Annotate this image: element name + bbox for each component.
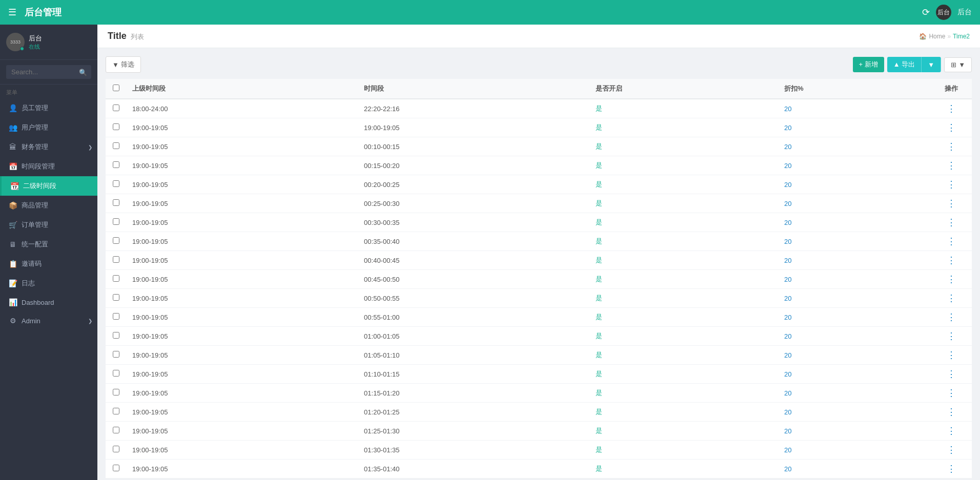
row-discount[interactable]: 20 — [778, 156, 931, 175]
export-dropdown-button[interactable]: ▼ — [921, 57, 941, 72]
row-checkbox[interactable] — [113, 313, 119, 320]
row-discount[interactable]: 20 — [778, 118, 931, 137]
sidebar-item-timeslot[interactable]: 📅 时间段管理 — [0, 157, 97, 176]
row-enabled[interactable]: 是 — [589, 346, 778, 365]
row-enabled[interactable]: 是 — [589, 384, 778, 403]
row-checkbox[interactable] — [113, 142, 119, 149]
sidebar-item-order[interactable]: 🛒 订单管理 — [0, 215, 97, 235]
row-enabled[interactable]: 是 — [589, 194, 778, 213]
row-checkbox[interactable] — [113, 180, 119, 187]
row-enabled[interactable]: 是 — [589, 270, 778, 289]
row-discount[interactable]: 20 — [778, 403, 931, 422]
sidebar-item-goods[interactable]: 📦 商品管理 — [0, 196, 97, 215]
row-checkbox[interactable] — [113, 465, 119, 471]
sidebar-item-user[interactable]: 👥 用户管理 — [0, 118, 97, 137]
row-discount[interactable]: 20 — [778, 460, 931, 478]
row-discount[interactable]: 20 — [778, 175, 931, 194]
avatar[interactable]: 后台 — [936, 5, 951, 20]
menu-icon[interactable]: ☰ — [8, 7, 16, 18]
row-action-button[interactable]: ⋮ — [947, 331, 956, 341]
sidebar-item-config[interactable]: 🖥 统一配置 — [0, 235, 97, 254]
row-action-button[interactable]: ⋮ — [947, 407, 956, 417]
row-action-button[interactable]: ⋮ — [947, 179, 956, 190]
row-checkbox[interactable] — [113, 123, 119, 130]
row-action-button[interactable]: ⋮ — [947, 122, 956, 133]
row-enabled[interactable]: 是 — [589, 460, 778, 478]
sidebar-item-admin[interactable]: ⚙ Admin ❯ — [0, 311, 97, 330]
sidebar-item-finance[interactable]: 🏛 财务管理 ❯ — [0, 137, 97, 157]
row-enabled[interactable]: 是 — [589, 137, 778, 156]
row-discount[interactable]: 20 — [778, 270, 931, 289]
row-action-button[interactable]: ⋮ — [947, 141, 956, 152]
row-checkbox[interactable] — [113, 427, 119, 433]
row-enabled[interactable]: 是 — [589, 232, 778, 251]
select-all-checkbox[interactable] — [113, 85, 119, 91]
row-action-button[interactable]: ⋮ — [947, 160, 956, 171]
row-enabled[interactable]: 是 — [589, 422, 778, 441]
row-action-button[interactable]: ⋮ — [947, 198, 956, 208]
sidebar-item-timeslot2[interactable]: 📆 二级时间段 — [0, 176, 97, 196]
row-action-button[interactable]: ⋮ — [947, 217, 956, 227]
sidebar-item-employee[interactable]: 👤 员工管理 — [0, 98, 97, 118]
row-discount[interactable]: 20 — [778, 422, 931, 441]
export-button[interactable]: ▲ 导出 — [887, 57, 921, 72]
row-discount[interactable]: 20 — [778, 346, 931, 365]
row-action-button[interactable]: ⋮ — [947, 236, 956, 246]
row-discount[interactable]: 20 — [778, 289, 931, 308]
row-checkbox[interactable] — [113, 218, 119, 225]
row-discount[interactable]: 20 — [778, 441, 931, 460]
row-action-button[interactable]: ⋮ — [947, 464, 956, 474]
row-action-button[interactable]: ⋮ — [947, 293, 956, 303]
row-enabled[interactable]: 是 — [589, 327, 778, 346]
row-enabled[interactable]: 是 — [589, 403, 778, 422]
row-action-button[interactable]: ⋮ — [947, 388, 956, 398]
row-action-button[interactable]: ⋮ — [947, 426, 956, 436]
filter-button[interactable]: ▼ 筛选 — [106, 56, 141, 73]
row-checkbox[interactable] — [113, 294, 119, 301]
row-discount[interactable]: 20 — [778, 232, 931, 251]
row-discount[interactable]: 20 — [778, 251, 931, 270]
row-enabled[interactable]: 是 — [589, 118, 778, 137]
row-enabled[interactable]: 是 — [589, 365, 778, 384]
row-checkbox[interactable] — [113, 446, 119, 452]
row-checkbox[interactable] — [113, 161, 119, 168]
add-button[interactable]: + 新增 — [853, 57, 884, 72]
row-enabled[interactable]: 是 — [589, 251, 778, 270]
refresh-icon[interactable]: ⟳ — [922, 7, 930, 18]
sidebar-item-log[interactable]: 📝 日志 — [0, 274, 97, 293]
row-action-button[interactable]: ⋮ — [947, 103, 956, 114]
row-enabled[interactable]: 是 — [589, 289, 778, 308]
row-enabled[interactable]: 是 — [589, 213, 778, 232]
row-action-button[interactable]: ⋮ — [947, 369, 956, 379]
row-discount[interactable]: 20 — [778, 365, 931, 384]
row-discount[interactable]: 20 — [778, 137, 931, 156]
row-discount[interactable]: 20 — [778, 384, 931, 403]
row-action-button[interactable]: ⋮ — [947, 274, 956, 284]
row-checkbox[interactable] — [113, 370, 119, 377]
row-checkbox[interactable] — [113, 351, 119, 358]
row-checkbox[interactable] — [113, 332, 119, 339]
row-checkbox[interactable] — [113, 389, 119, 395]
columns-button[interactable]: ⊞ ▼ — [944, 57, 972, 72]
row-enabled[interactable]: 是 — [589, 441, 778, 460]
row-enabled[interactable]: 是 — [589, 99, 778, 118]
row-discount[interactable]: 20 — [778, 194, 931, 213]
row-action-button[interactable]: ⋮ — [947, 255, 956, 265]
row-action-button[interactable]: ⋮ — [947, 312, 956, 322]
row-enabled[interactable]: 是 — [589, 308, 778, 327]
row-enabled[interactable]: 是 — [589, 156, 778, 175]
row-checkbox[interactable] — [113, 237, 119, 244]
row-checkbox[interactable] — [113, 105, 119, 111]
row-discount[interactable]: 20 — [778, 327, 931, 346]
row-discount[interactable]: 20 — [778, 99, 931, 118]
row-checkbox[interactable] — [113, 256, 119, 263]
row-action-button[interactable]: ⋮ — [947, 350, 956, 360]
row-checkbox[interactable] — [113, 408, 119, 414]
row-checkbox[interactable] — [113, 275, 119, 282]
sidebar-item-invite[interactable]: 📋 邀请码 — [0, 254, 97, 274]
sidebar-item-dashboard[interactable]: 📊 Dashboard — [0, 293, 97, 311]
row-discount[interactable]: 20 — [778, 213, 931, 232]
row-action-button[interactable]: ⋮ — [947, 445, 956, 455]
row-enabled[interactable]: 是 — [589, 175, 778, 194]
breadcrumb-home[interactable]: Home — [929, 33, 945, 40]
